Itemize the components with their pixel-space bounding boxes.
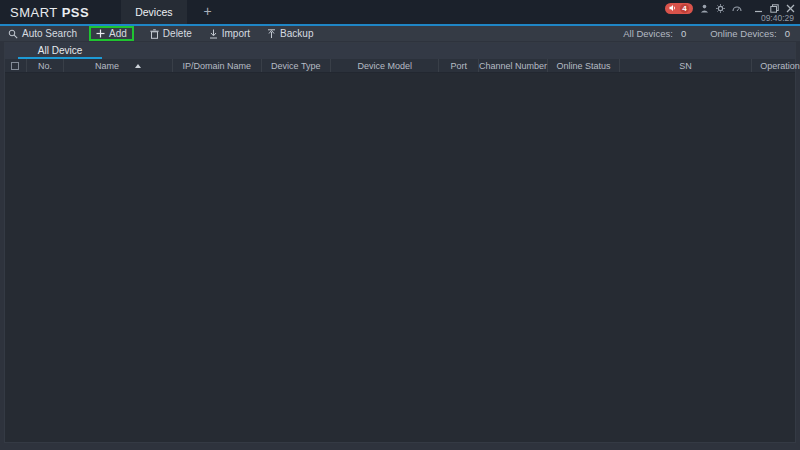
auto-search-label: Auto Search xyxy=(22,28,77,39)
device-toolbar: Auto Search Add Delete Import Backup All… xyxy=(0,26,800,41)
tab-devices[interactable]: Devices xyxy=(121,0,186,24)
column-header-device-model[interactable]: Device Model xyxy=(331,59,440,72)
column-header-no[interactable]: No. xyxy=(27,59,65,72)
all-devices-label: All Devices: xyxy=(623,28,673,39)
online-devices-count: 0 xyxy=(785,28,790,39)
import-icon xyxy=(209,29,218,39)
backup-icon xyxy=(267,29,276,39)
add-label: Add xyxy=(109,28,127,39)
close-icon[interactable] xyxy=(786,4,795,13)
auto-search-button[interactable]: Auto Search xyxy=(8,28,77,39)
window-controls xyxy=(754,4,795,13)
online-devices-label: Online Devices: xyxy=(710,28,777,39)
import-label: Import xyxy=(222,28,250,39)
all-devices-stat: All Devices: 0 xyxy=(623,28,686,39)
alarm-speaker-icon xyxy=(669,4,677,12)
user-icon[interactable] xyxy=(700,4,709,13)
import-button[interactable]: Import xyxy=(209,28,250,39)
column-header-port[interactable]: Port xyxy=(439,59,479,72)
delete-label: Delete xyxy=(163,28,192,39)
online-devices-stat: Online Devices: 0 xyxy=(710,28,790,39)
column-header-online-status[interactable]: Online Status xyxy=(548,59,620,72)
performance-gauge-icon[interactable] xyxy=(732,4,742,13)
column-header-device-type[interactable]: Device Type xyxy=(262,59,331,72)
minimize-icon[interactable] xyxy=(754,4,763,13)
plus-icon xyxy=(96,29,105,38)
restore-icon[interactable] xyxy=(770,4,779,13)
select-all-checkbox[interactable] xyxy=(11,62,19,70)
select-all-cell xyxy=(5,59,27,72)
column-header-operation[interactable]: Operation xyxy=(752,59,800,72)
alarm-badge[interactable]: 4 xyxy=(665,3,693,14)
column-header-name[interactable]: Name xyxy=(64,59,173,72)
device-table-body xyxy=(5,73,795,442)
add-button[interactable]: Add xyxy=(90,28,133,39)
clock: 09:40:29 xyxy=(761,13,794,23)
titlebar: SMART PSS Devices + 4 xyxy=(0,0,800,24)
alarm-count: 4 xyxy=(680,4,689,13)
trash-icon xyxy=(150,29,159,39)
logo-smart: SMART xyxy=(10,5,58,20)
delete-button[interactable]: Delete xyxy=(150,28,192,39)
new-tab-button[interactable]: + xyxy=(199,0,217,24)
logo-pss: PSS xyxy=(62,5,90,20)
search-icon xyxy=(8,29,18,39)
column-header-channel-number[interactable]: Channel Number xyxy=(479,59,548,72)
sort-ascending-icon[interactable] xyxy=(135,64,141,68)
column-header-ip-domain[interactable]: IP/Domain Name xyxy=(173,59,262,72)
tab-all-device[interactable]: All Device xyxy=(18,44,102,59)
panel-tabstrip: All Device xyxy=(5,43,795,59)
device-stats: All Devices: 0 Online Devices: 0 xyxy=(623,28,792,39)
device-panel: All Device No. Name IP/Domain Name Devic… xyxy=(4,42,796,443)
column-header-sn[interactable]: SN xyxy=(620,59,752,72)
backup-label: Backup xyxy=(280,28,313,39)
backup-button[interactable]: Backup xyxy=(267,28,313,39)
app-logo: SMART PSS xyxy=(10,5,89,20)
device-table-header: No. Name IP/Domain Name Device Type Devi… xyxy=(5,59,795,73)
all-devices-count: 0 xyxy=(681,28,686,39)
settings-gear-icon[interactable] xyxy=(716,4,725,13)
